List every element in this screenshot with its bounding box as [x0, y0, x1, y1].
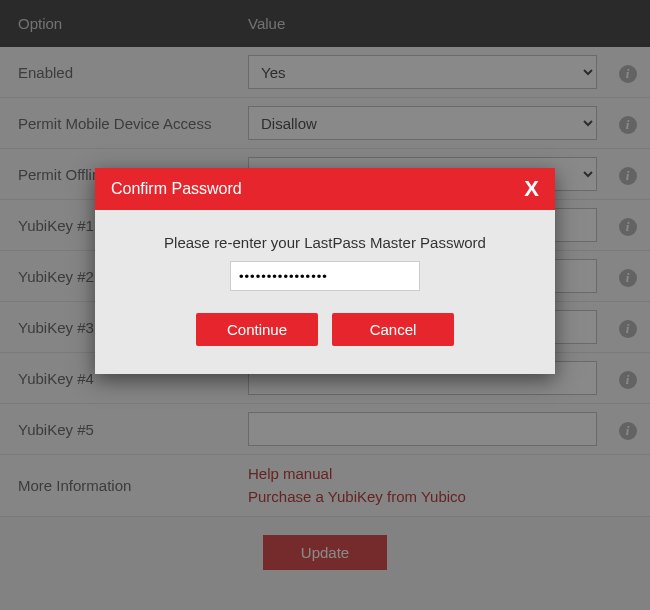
modal-body: Please re-enter your LastPass Master Pas…: [95, 210, 555, 374]
master-password-input[interactable]: [230, 261, 420, 291]
cancel-button[interactable]: Cancel: [332, 313, 454, 346]
modal-title: Confirm Password: [111, 180, 242, 198]
confirm-password-modal: Confirm Password X Please re-enter your …: [95, 168, 555, 374]
continue-button[interactable]: Continue: [196, 313, 318, 346]
modal-prompt: Please re-enter your LastPass Master Pas…: [115, 234, 535, 251]
modal-header: Confirm Password X: [95, 168, 555, 210]
close-icon[interactable]: X: [524, 178, 539, 200]
